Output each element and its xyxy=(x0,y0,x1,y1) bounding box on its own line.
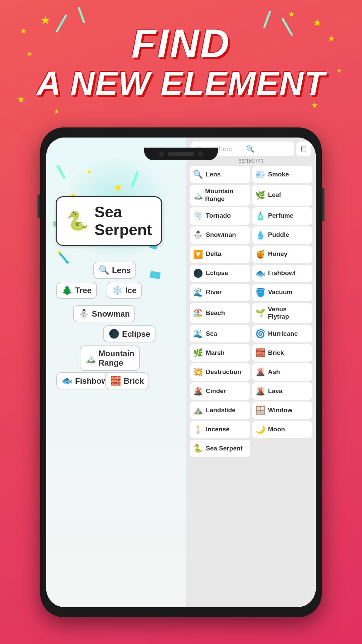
element-item[interactable]: 🐟Fishbowl xyxy=(252,265,312,282)
title-area: FIND A NEW ELEMENT xyxy=(0,20,362,100)
element-emoji: 🧴 xyxy=(255,211,265,221)
element-emoji: 🕯️ xyxy=(193,425,203,434)
element-item[interactable]: 🌱Venus Flytrap xyxy=(252,303,312,324)
element-item[interactable]: 🔍Lens xyxy=(190,166,250,183)
element-emoji: 💨 xyxy=(255,170,265,179)
node-snowman: ⛄ Snowman xyxy=(73,305,135,322)
element-emoji: 🌱 xyxy=(255,308,265,318)
phone-power-btn xyxy=(322,188,324,221)
element-item[interactable]: 🪟Window xyxy=(252,401,312,419)
element-item[interactable]: 🏖️Beach xyxy=(190,303,250,324)
element-emoji: 🌊 xyxy=(193,288,203,297)
element-nodes: 🔍 Lens 🌲 Tree ❄️ Ice ⛄ Snowman xyxy=(53,258,183,600)
element-name: Window xyxy=(268,407,293,414)
element-item[interactable]: 🌙Moon xyxy=(252,421,312,438)
element-emoji: 🌋 xyxy=(193,386,203,396)
element-emoji: 🔽 xyxy=(193,250,203,259)
element-item[interactable]: ⛰️Landslide xyxy=(190,401,250,419)
confetti-bar xyxy=(56,165,66,179)
node-mountain-range: 🏔️ MountainRange xyxy=(80,345,140,371)
element-emoji: 🌪️ xyxy=(193,211,203,221)
element-item[interactable]: 💧Puddle xyxy=(252,226,312,244)
element-emoji: ⛄ xyxy=(193,230,203,240)
node-eclipse: 🌑 Eclipse xyxy=(103,325,156,342)
title-line1: FIND xyxy=(0,20,362,66)
element-item[interactable]: 🧴Perfume xyxy=(252,207,312,225)
element-item[interactable]: 🧱Brick xyxy=(252,344,312,362)
node-ice: ❄️ Ice xyxy=(107,282,142,299)
element-name: Lava xyxy=(268,387,283,395)
element-item[interactable]: ⛄Snowman xyxy=(190,226,250,244)
element-emoji: 🌙 xyxy=(255,425,265,434)
element-item[interactable]: 💥Destruction xyxy=(190,363,250,381)
element-name: Marsh xyxy=(206,349,225,357)
elements-panel: Search here . . . 🔍 ⊟ 66/165741 🔍Lens💨Sm… xyxy=(186,138,316,607)
title-line2: A NEW ELEMENT xyxy=(0,66,362,100)
element-item[interactable]: 🌑Eclipse xyxy=(190,265,250,282)
search-icon: 🔍 xyxy=(246,145,254,153)
element-item[interactable]: 💨Smoke xyxy=(252,166,312,183)
node-tree: 🌲 Tree xyxy=(56,282,97,299)
deco-star: ★ xyxy=(288,10,295,19)
element-emoji: 🌀 xyxy=(255,329,265,338)
element-name: Puddle xyxy=(268,231,289,239)
element-emoji: 💥 xyxy=(193,367,203,377)
element-item[interactable]: 🌿Marsh xyxy=(190,344,250,362)
notch-camera xyxy=(159,151,164,157)
element-name: Smoke xyxy=(268,171,289,178)
result-emoji: 🐍 xyxy=(66,210,88,231)
element-item[interactable]: 🕯️Incense xyxy=(190,421,250,438)
element-emoji: 🐟 xyxy=(255,269,265,278)
phone-notch xyxy=(144,148,218,160)
phone-screen: ★ ★ ★ ★ 🐍 SeaSerpent 🔍 Lens xyxy=(46,138,316,607)
element-name: Delta xyxy=(206,250,221,258)
element-item[interactable]: 🍯Honey xyxy=(252,246,312,263)
element-item[interactable]: 🌋Lava xyxy=(252,382,312,400)
element-name: Vacuum xyxy=(268,288,293,296)
element-item[interactable]: 🌋Cinder xyxy=(190,382,250,400)
deco-star: ★ xyxy=(311,101,318,110)
element-name: Fishbowl xyxy=(268,269,296,277)
element-item[interactable]: 🌪️Tornado xyxy=(190,207,250,225)
deco-star: ★ xyxy=(54,107,60,115)
notch-sensor xyxy=(198,151,203,157)
element-name: Mountain Range xyxy=(205,187,247,203)
element-item[interactable]: 🌀Hurricane xyxy=(252,325,312,342)
element-name: Ash xyxy=(268,368,280,376)
element-emoji: 🏔️ xyxy=(193,191,202,200)
element-emoji: 🌊 xyxy=(193,329,203,338)
element-item[interactable]: 🔽Delta xyxy=(190,246,250,263)
element-name: Sea xyxy=(206,330,217,338)
element-name: Landslide xyxy=(206,407,236,414)
element-emoji: 🪣 xyxy=(255,288,265,297)
element-item[interactable]: 🌊Sea xyxy=(190,325,250,342)
confetti-star: ★ xyxy=(113,181,123,194)
element-name: Snowman xyxy=(206,231,236,239)
element-emoji: 🌋 xyxy=(255,386,265,396)
element-name: River xyxy=(206,288,222,296)
game-canvas: ★ ★ ★ ★ 🐍 SeaSerpent 🔍 Lens xyxy=(46,138,186,607)
elements-grid: 🔍Lens💨Smoke🏔️Mountain Range🌿Leaf🌪️Tornad… xyxy=(188,166,314,457)
confetti-star: ★ xyxy=(86,168,92,175)
element-item[interactable]: 🌿Leaf xyxy=(252,185,312,206)
element-item[interactable]: 🏔️Mountain Range xyxy=(190,185,250,206)
result-card: 🐍 SeaSerpent xyxy=(56,196,162,246)
notch-speaker xyxy=(168,152,194,156)
element-emoji: 🔍 xyxy=(193,170,203,179)
element-name: Lens xyxy=(206,171,221,178)
phone-frame: ★ ★ ★ ★ 🐍 SeaSerpent 🔍 Lens xyxy=(40,127,322,617)
panel-inner: Search here . . . 🔍 ⊟ 66/165741 🔍Lens💨Sm… xyxy=(186,138,316,607)
element-name: Brick xyxy=(268,349,284,357)
filter-button[interactable]: ⊟ xyxy=(296,142,311,156)
phone-volume-btn xyxy=(38,195,40,218)
element-emoji: 🌿 xyxy=(193,348,203,358)
element-item[interactable]: 🌋Ash xyxy=(252,363,312,381)
result-name: SeaSerpent xyxy=(95,203,152,239)
element-name: Moon xyxy=(268,426,285,433)
element-item[interactable]: 🐍Sea Serpent xyxy=(190,440,250,457)
element-item[interactable]: 🌊River xyxy=(190,284,250,301)
element-name: Hurricane xyxy=(268,330,298,338)
element-emoji: 🌿 xyxy=(255,191,265,200)
element-item[interactable]: 🪣Vacuum xyxy=(252,284,312,301)
element-name: Tornado xyxy=(206,212,231,220)
